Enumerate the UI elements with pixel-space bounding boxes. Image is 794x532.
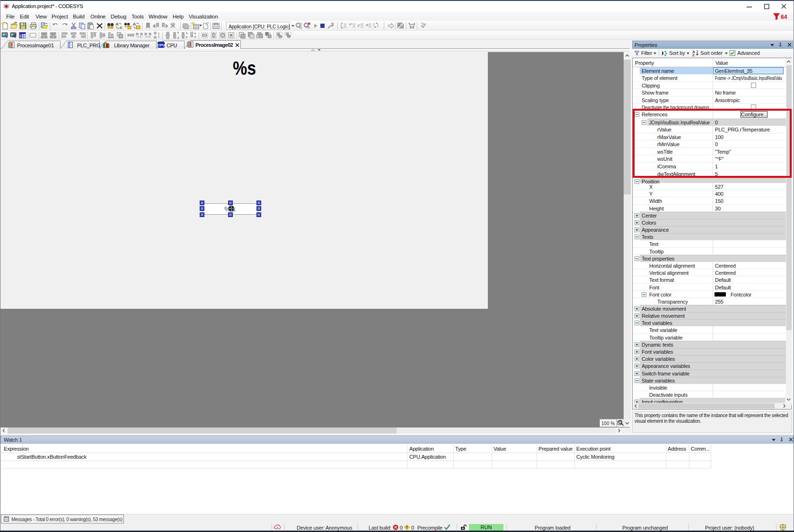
svg-text:CPU: CPU (158, 43, 165, 47)
svg-text:Z: Z (692, 53, 695, 56)
svg-text:A: A (133, 22, 136, 26)
svg-text:A: A (115, 22, 119, 26)
svg-text:B: B (120, 26, 122, 30)
